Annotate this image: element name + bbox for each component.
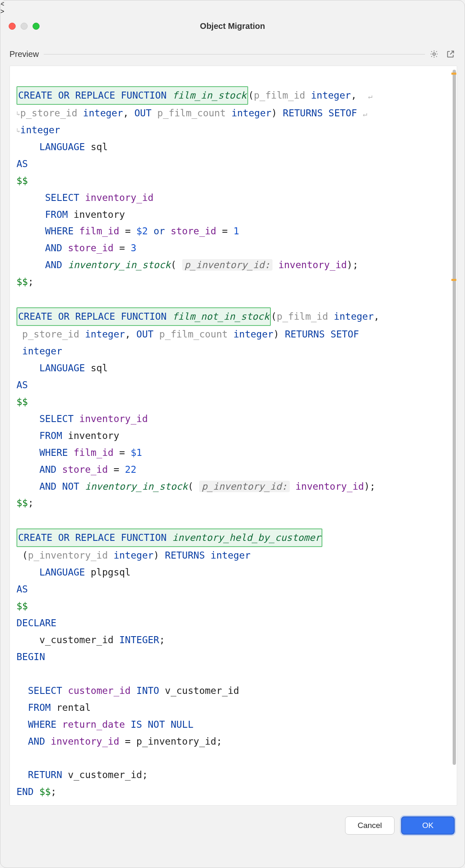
code-token: CREATE OR REPLACE FUNCTION <box>18 90 172 101</box>
code-identifier: inventory_id <box>79 192 153 203</box>
code-type: integer <box>16 346 62 356</box>
code-keyword: FROM <box>28 702 51 713</box>
code-identifier: return_date <box>56 719 125 730</box>
code-identifier: inventory_id <box>272 259 347 270</box>
code-keyword: FROM <box>39 430 62 441</box>
sql-preview-editor[interactable]: CREATE OR REPLACE FUNCTION film_in_stock… <box>9 66 457 806</box>
code-function-call: inventory_in_stock <box>62 259 171 270</box>
code-identifier: store_id <box>56 464 108 475</box>
code-token: = <box>216 226 234 236</box>
vertical-scrollbar[interactable] <box>451 66 457 805</box>
code-identifier: film_id <box>74 226 120 236</box>
code-keyword: WHERE <box>39 447 68 458</box>
sql-code-content: CREATE OR REPLACE FUNCTION film_in_stock… <box>10 66 451 805</box>
code-keyword: AND <box>45 259 62 270</box>
preview-label: Preview <box>9 50 39 59</box>
wrap-indent-icon: ↳ <box>16 110 20 117</box>
gear-icon[interactable] <box>429 49 439 59</box>
code-token: rental <box>51 702 91 713</box>
code-keyword: LANGUAGE <box>39 363 85 373</box>
code-token: ; <box>51 786 56 797</box>
code-param: p_film_count <box>152 108 232 118</box>
code-keyword: WHERE <box>45 226 73 236</box>
code-number: 3 <box>131 243 136 253</box>
code-keyword: BEGIN <box>16 651 45 662</box>
code-type: integer <box>85 329 125 340</box>
warning-marker[interactable] <box>451 279 456 281</box>
ok-button-label: OK <box>422 821 433 830</box>
code-type: integer <box>113 550 153 561</box>
code-type: integer <box>205 550 251 561</box>
code-param: p_store_id <box>20 108 83 118</box>
code-keyword: DECLARE <box>16 618 56 628</box>
window-titlebar: Object Migration <box>0 15 465 37</box>
code-type: integer <box>20 125 60 135</box>
code-keyword: FROM <box>45 209 68 220</box>
code-type: integer <box>83 108 123 118</box>
code-token: ) <box>271 108 283 118</box>
code-param: p_film_id <box>254 90 311 101</box>
ok-button[interactable]: OK <box>401 816 455 835</box>
code-token: = <box>119 226 136 236</box>
code-type: integer <box>231 108 271 118</box>
code-keyword: AND <box>45 243 62 253</box>
code-token: ( <box>248 90 254 101</box>
code-token: inventory <box>62 430 119 441</box>
code-keyword: OUT <box>136 329 154 340</box>
open-external-icon[interactable] <box>446 49 456 59</box>
code-identifier: inventory_id <box>290 481 364 492</box>
code-keyword: IS NOT NULL <box>125 719 193 730</box>
code-type: integer <box>334 311 374 322</box>
code-number: 22 <box>125 464 136 475</box>
code-keyword: AND <box>28 736 45 747</box>
code-dollar-quote: $$ <box>16 276 28 287</box>
minimize-window-button[interactable] <box>21 23 28 30</box>
code-keyword: RETURNS SETOF <box>285 329 359 340</box>
code-token: CREATE OR REPLACE FUNCTION <box>18 311 172 322</box>
close-window-button[interactable] <box>9 23 16 30</box>
warning-marker[interactable] <box>451 73 456 75</box>
code-token: , <box>125 329 136 340</box>
code-identifier: store_id <box>171 226 216 236</box>
preview-section-header: Preview <box>0 47 465 61</box>
code-keyword: LANGUAGE <box>39 142 85 152</box>
cancel-button[interactable]: Cancel <box>345 816 395 835</box>
cancel-button-label: Cancel <box>357 821 382 830</box>
code-token: ; <box>159 634 165 645</box>
code-token: = <box>108 464 125 475</box>
code-function-name: film_in_stock <box>172 90 247 101</box>
code-keyword: SELECT <box>39 413 73 424</box>
code-type: integer <box>311 90 351 101</box>
code-keyword: or <box>148 226 171 236</box>
code-keyword: SELECT <box>45 192 79 203</box>
header-divider <box>44 54 425 54</box>
code-function-call: inventory_in_stock <box>79 481 188 492</box>
code-identifier: film_id <box>68 447 114 458</box>
code-token: ( <box>171 259 182 270</box>
code-token: ( <box>16 550 28 561</box>
code-keyword: SELECT <box>28 685 62 696</box>
code-param: p_store_id <box>16 329 85 340</box>
code-keyword: AS <box>16 584 28 594</box>
code-token: inventory <box>68 209 125 220</box>
code-token: sql <box>85 142 108 152</box>
scrollbar-thumb[interactable] <box>453 70 456 765</box>
code-token: plpgsql <box>85 567 131 578</box>
code-token: = <box>119 736 136 747</box>
code-token: , <box>374 311 380 322</box>
code-identifier: store_id <box>62 243 114 253</box>
inlay-hint: p_inventory_id: <box>202 481 287 492</box>
maximize-window-button[interactable] <box>33 23 40 30</box>
code-type: INTEGER <box>119 634 159 645</box>
code-keyword: INTO <box>131 685 159 696</box>
code-token: , <box>123 108 134 118</box>
code-param: p_film_id <box>277 311 333 322</box>
code-token: ( <box>271 311 277 322</box>
code-keyword: AS <box>16 380 28 390</box>
code-function-name: film_not_in_stock <box>172 311 269 322</box>
code-number: 1 <box>233 226 239 236</box>
code-token: CREATE OR REPLACE FUNCTION <box>18 532 172 543</box>
soft-wrap-icon: ↵ <box>368 92 373 100</box>
code-param: p_film_count <box>153 329 233 340</box>
code-token: v_customer_id <box>159 685 239 696</box>
